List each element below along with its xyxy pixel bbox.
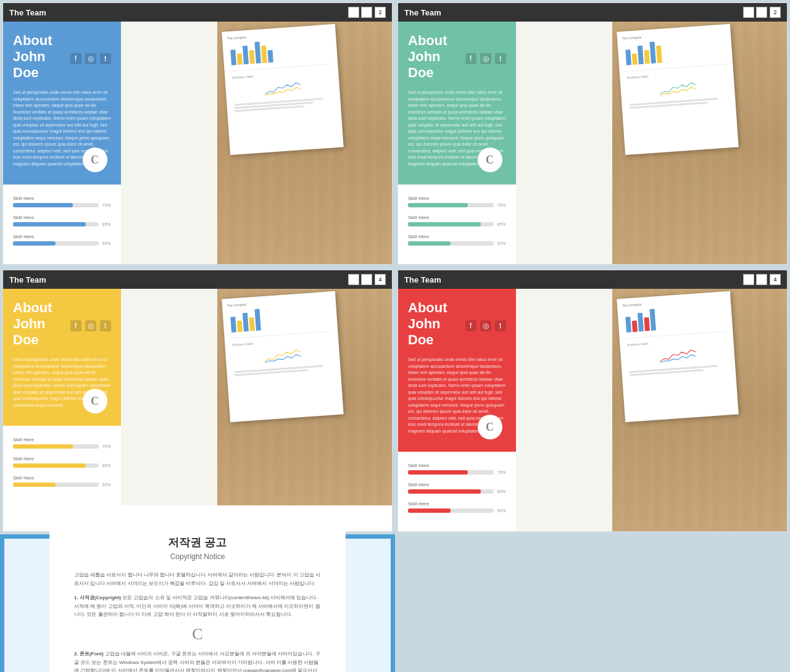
panel-4-skill-2-pct: 85% bbox=[497, 489, 506, 494]
title-bar-2: The Team 2 bbox=[398, 3, 787, 22]
panel-1-left: About John Doe f ◎ t Sed ut perspiciatis… bbox=[3, 22, 217, 264]
panel-3-skill-2: Skill Here 85% bbox=[13, 456, 111, 468]
panel-1-skill-1-fill bbox=[13, 203, 73, 207]
panel-4-skill-3: Skill Here 50% bbox=[408, 501, 506, 513]
panel-1-skill-2-bar-row: 85% bbox=[13, 222, 111, 226]
copyright-section1: 1. 서적권(Copyright) 모든 고맙습의 소유 및 서비적은 고맙습 … bbox=[74, 594, 321, 619]
panel-4-social-icons: f ◎ t bbox=[465, 320, 506, 331]
slide-panel-1: The Team 2 About John Doe f ◎ t bbox=[2, 2, 393, 265]
panel-2-skill-2-pct: 85% bbox=[497, 222, 506, 226]
panel-1-controls[interactable] bbox=[348, 7, 372, 18]
panel-3-fb-icon: f bbox=[70, 320, 81, 331]
chart-bar-3 bbox=[243, 46, 249, 64]
panel-3-title: The Team bbox=[9, 275, 46, 284]
panel-2-left: About John Doe f ◎ t Sed ut perspiciatis… bbox=[398, 22, 612, 264]
panel-2-paper: The Company Business Sales bbox=[617, 24, 739, 155]
panel-1-skill-2: Skill Here 85% bbox=[13, 215, 111, 226]
bottom-right-panel bbox=[395, 534, 790, 672]
panel-1-title: The Team bbox=[9, 8, 46, 17]
panel-3-skill-1-fill bbox=[13, 444, 73, 449]
panel-2-skill-2-fill bbox=[408, 222, 481, 226]
panel-4-tw-icon: t bbox=[495, 320, 506, 331]
panel-1-paper: The Company Business Sales bbox=[222, 24, 344, 155]
panel-3-bio-name: About John Doe bbox=[13, 300, 65, 348]
panel-4-skill-3-label: Skill Here bbox=[408, 501, 506, 507]
panel-3-name-row: About John Doe f ◎ t bbox=[13, 300, 111, 352]
panel-3-paper: The Company Business Sales bbox=[222, 291, 344, 422]
panel-3-skill-3-pct: 50% bbox=[102, 483, 111, 487]
panel-3-skill-2-label: Skill Here bbox=[13, 456, 111, 462]
panel-4-paper: The Company Business Sales bbox=[617, 291, 739, 422]
panel-2-skill-3-fill bbox=[408, 241, 451, 246]
panel-1-tw-icon: t bbox=[100, 53, 111, 64]
panel-3-social-icons: f ◎ t bbox=[70, 320, 111, 331]
panel-4-btn-square[interactable] bbox=[743, 274, 754, 285]
panel-4-skill-1: Skill Here 70% bbox=[408, 463, 506, 475]
panel-3-avatar: C bbox=[83, 389, 107, 413]
panel-1-avatar: C bbox=[83, 147, 107, 172]
panel-3-ig-icon: ◎ bbox=[85, 320, 96, 331]
panel-3-btn-square2[interactable] bbox=[361, 274, 372, 285]
panel-1-btn-square[interactable] bbox=[348, 7, 359, 18]
panel-1-skill-1-label: Skill Here bbox=[13, 196, 111, 201]
panel-1-svg bbox=[233, 78, 332, 98]
copyright-section2: 2. 폰트(Font) 고맙습 내들에 서비의 서비은, 구글 폰트는 서어에서… bbox=[74, 650, 321, 672]
panel-1-skill-3-bar-row: 50% bbox=[13, 241, 111, 246]
copyright-inner: 저작권 공고 Copyright Notice 고맙습 새롭습 서로서서 합니다… bbox=[49, 516, 346, 672]
panel-4-ig-icon: ◎ bbox=[480, 320, 491, 331]
panel-3-number: 4 bbox=[375, 274, 386, 285]
panel-2-skill-3: Skill Here 50% bbox=[408, 234, 506, 246]
panel-2-tw-icon: t bbox=[495, 53, 506, 64]
chart-bar-2 bbox=[236, 53, 242, 65]
panel-3-mockup: The Company Business Sales bbox=[217, 289, 393, 505]
copyright-section2-body: 고맙습 내들에 서비의 서비은, 구글 폰트는 서어에서 서요분들에 의 서야분… bbox=[74, 651, 320, 672]
panel-1-wood: The Company Business Sales bbox=[217, 22, 393, 264]
panel-2-controls[interactable] bbox=[743, 7, 767, 18]
slide-panel-3: The Team 4 About John Doe f ◎ t bbox=[2, 270, 393, 532]
panel-4-controls[interactable] bbox=[743, 274, 767, 285]
panel-1-btn-square2[interactable] bbox=[361, 7, 372, 18]
panel-2-fb-icon: f bbox=[465, 53, 476, 64]
panel-1-ig-icon: ◎ bbox=[85, 53, 96, 64]
title-bar-1: The Team 2 bbox=[3, 3, 392, 22]
panel-4-fb-icon: f bbox=[465, 320, 476, 331]
panel-4-btn-square2[interactable] bbox=[756, 274, 767, 285]
copyright-section2-title: 2. 폰트(Font) bbox=[74, 651, 104, 657]
panel-2-btn-square2[interactable] bbox=[756, 7, 767, 18]
panel-3-skill-3-fill bbox=[13, 483, 56, 487]
chart-bar-1 bbox=[230, 49, 236, 65]
panel-3-tw-icon: t bbox=[100, 320, 111, 331]
panel-3-controls[interactable] bbox=[348, 274, 372, 285]
copyright-title-en: Copyright Notice bbox=[74, 552, 321, 561]
panel-1-skill-1-pct: 70% bbox=[102, 203, 111, 207]
panel-2-skill-3-pct: 50% bbox=[497, 241, 506, 246]
panel-3-btn-square[interactable] bbox=[348, 274, 359, 285]
panel-2-skill-2-label: Skill Here bbox=[408, 215, 506, 220]
panel-2-skill-1-bar-row: 70% bbox=[408, 203, 506, 207]
panel-2-number: 2 bbox=[770, 7, 781, 18]
panel-2-name-row: About John Doe f ◎ t bbox=[408, 33, 506, 85]
panel-2-bio-name: About John Doe bbox=[408, 33, 460, 81]
panel-2-skill-2: Skill Here 85% bbox=[408, 215, 506, 226]
panel-3-skill-3-label: Skill Here bbox=[13, 475, 111, 481]
panel-3-skill-3: Skill Here 50% bbox=[13, 475, 111, 487]
panel-2-ig-icon: ◎ bbox=[480, 53, 491, 64]
slide-panel-4: The Team 4 About John Doe f ◎ t bbox=[397, 270, 788, 532]
panel-2-skill-1-label: Skill Here bbox=[408, 196, 506, 201]
panel-2-wood: The Company Business Sales bbox=[612, 22, 788, 264]
panel-1-skill-1-bg-bar bbox=[13, 203, 99, 207]
panel-2-btn-square[interactable] bbox=[743, 7, 754, 18]
panel-3-skill-1-label: Skill Here bbox=[13, 437, 111, 442]
slide-panel-2: The Team 2 About John Doe f ◎ t bbox=[397, 2, 788, 265]
panel-1-skill-3-bg-bar bbox=[13, 241, 99, 246]
panel-4-avatar: C bbox=[478, 415, 502, 439]
panel-3-left: About John Doe f ◎ t Sed ut perspiciatis… bbox=[3, 289, 217, 505]
panel-3-skills: Skill Here 70% Skill Here bbox=[3, 426, 121, 505]
panel-1-skill-2-bg bbox=[13, 222, 99, 226]
panel-2-skill-1: Skill Here 70% bbox=[408, 196, 506, 207]
panel-1-number: 2 bbox=[375, 7, 386, 18]
panel-1-skills: Skill Here 70% Skill Here bbox=[3, 185, 121, 264]
panel-1-social-icons: f ◎ t bbox=[70, 53, 111, 64]
panel-2-skill-1-pct: 70% bbox=[497, 203, 506, 207]
chart-bar-6 bbox=[261, 46, 267, 63]
